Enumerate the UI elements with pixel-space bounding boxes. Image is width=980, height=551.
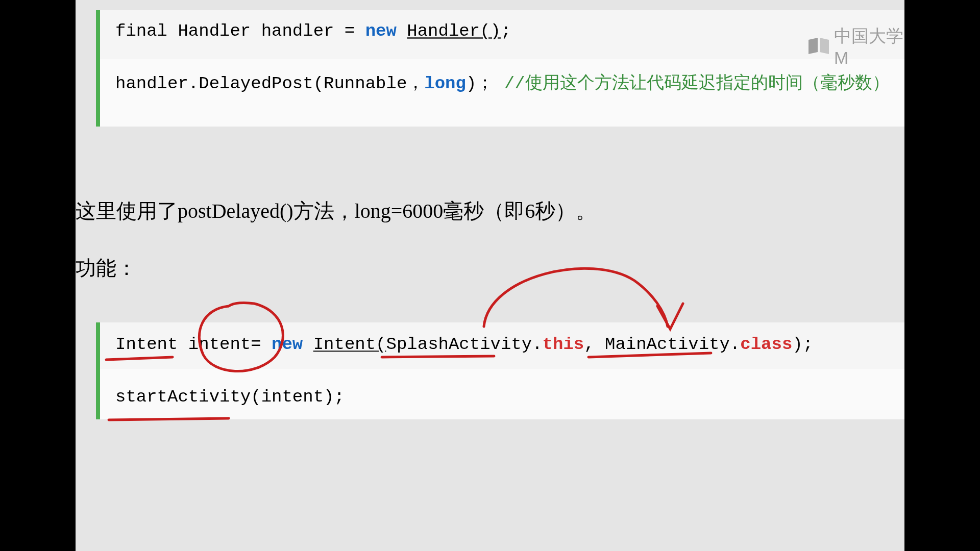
book-icon <box>807 38 830 55</box>
code-line-4: startActivity(intent); <box>115 385 889 410</box>
watermark-logo: 中国大学M <box>807 24 904 68</box>
code-line-1: final Handler handler = new Handler(); <box>115 19 889 44</box>
code-line-3: Intent intent= new Intent(SplashActivity… <box>115 333 889 357</box>
paragraph-1: 这里使用了postDelayed()方法，long=6000毫秒（即6秒）。 <box>76 193 904 230</box>
code-line-2: handler.DelayedPost(Runnable，long)； //使用… <box>115 72 889 96</box>
paragraph-2: 功能： <box>76 250 904 287</box>
slide-content: final Handler handler = new Handler(); h… <box>76 0 904 551</box>
code-block-handler: final Handler handler = new Handler(); h… <box>96 10 904 127</box>
code-block-intent: Intent intent= new Intent(SplashActivity… <box>96 322 904 419</box>
watermark-text: 中国大学M <box>834 24 904 68</box>
